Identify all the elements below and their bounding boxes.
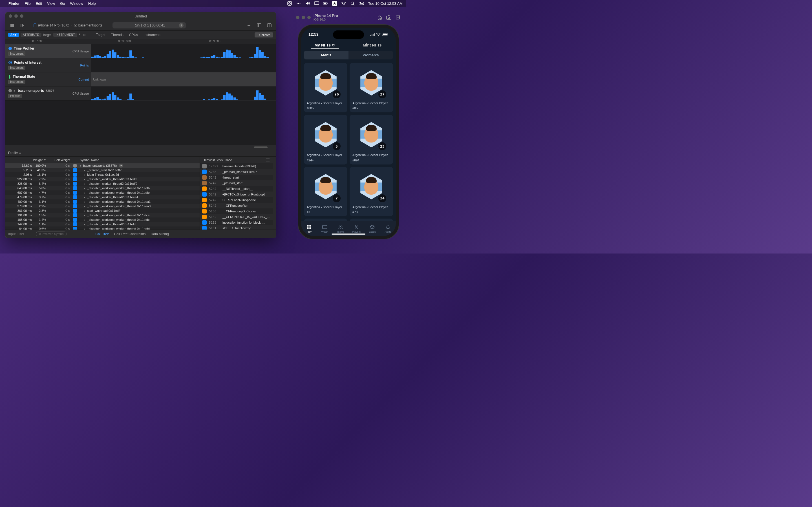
- calltree-row[interactable]: 361.00 ms2.8%0 s▸start_wqthread 0x11edff: [5, 209, 200, 213]
- status-volume-icon[interactable]: [305, 1, 310, 6]
- nav-bases[interactable]: Bases: [364, 221, 380, 236]
- stacktrace-row[interactable]: 5156__CFRunLoopDoBlocks: [200, 209, 273, 214]
- disclosure-arrow-icon[interactable]: ▸: [83, 209, 86, 213]
- duplicate-button[interactable]: Duplicate: [255, 33, 273, 38]
- stacktrace-row[interactable]: 5248_pthread_start 0x11ee07: [200, 169, 273, 175]
- nft-card[interactable]: 24Argentina - Soccer Player#735: [350, 167, 393, 216]
- disclosure-arrow-icon[interactable]: ▸: [83, 218, 86, 222]
- col-symbol-name[interactable]: Symbol Name: [72, 158, 200, 162]
- disclosure-arrow-icon[interactable]: ▸: [83, 186, 86, 190]
- sim-home-icon[interactable]: [377, 14, 383, 20]
- disclosure-arrow-icon[interactable]: ▸: [83, 205, 86, 208]
- footer-data-mining[interactable]: Data Mining: [151, 232, 169, 236]
- nav-watch[interactable]: Watch: [317, 221, 333, 236]
- filter-attribute-pill[interactable]: ATTRIBUTE: [20, 33, 42, 37]
- disclosure-arrow-icon[interactable]: ▸: [83, 177, 86, 181]
- status-input-source-icon[interactable]: A: [332, 1, 337, 6]
- stacktrace-row[interactable]: 5242CFRunLoopRunSpecific: [200, 197, 273, 203]
- calltree-row[interactable]: 5.25 s41.3%0 s▸_pthread_start 0x11ee07: [5, 168, 200, 172]
- tab-mint-nfts[interactable]: Mint NFTs: [349, 41, 396, 49]
- stacktrace-row[interactable]: 5152invocation function for block i…: [200, 220, 273, 225]
- vertical-scrollbar[interactable]: [273, 157, 276, 230]
- nav-alerts[interactable]: Alerts: [380, 221, 396, 236]
- stacktrace-row[interactable]: 5242_pthread_start: [200, 180, 273, 186]
- nft-card[interactable]: 26Argentina - Soccer Player#805: [304, 63, 347, 112]
- footer-call-tree[interactable]: Call Tree: [96, 232, 109, 236]
- involves-symbol-pill[interactable]: ⊕ Involves Symbol: [36, 231, 67, 236]
- stacktrace-settings-icon[interactable]: [266, 158, 270, 162]
- status-control-center-icon[interactable]: [359, 1, 364, 6]
- calltree-row[interactable]: 378.00 ms2.9%0 s▸_dispatch_workloop_work…: [5, 204, 200, 209]
- inspector-button[interactable]: [265, 22, 273, 29]
- tab-my-nfts[interactable]: My NFTs ⟳: [301, 41, 349, 49]
- info-icon[interactable]: i: [179, 23, 184, 27]
- nav-play[interactable]: Play: [301, 221, 317, 236]
- disclosure-arrow-icon[interactable]: ▾: [79, 164, 82, 168]
- fullscreen-button[interactable]: [20, 14, 23, 18]
- target-breadcrumb[interactable]: iPhone 14 Pro (16.0) › basementsports: [33, 23, 102, 27]
- menu-file[interactable]: File: [25, 1, 31, 6]
- status-dots-icon[interactable]: [296, 1, 301, 6]
- tab-womens[interactable]: Women's: [349, 51, 393, 59]
- track-graph[interactable]: [91, 58, 276, 72]
- calltree-row[interactable]: 12.69 s100.0%0 s▾basementsports (33876) …: [5, 163, 200, 168]
- add-instrument-button[interactable]: [245, 22, 253, 29]
- calltree-row[interactable]: 185.00 ms1.4%0 s▸_dispatch_workloop_work…: [5, 217, 200, 222]
- stacktrace-row[interactable]: 5152__CFRUNLOOP_IS_CALLING_…: [200, 214, 273, 220]
- status-cleanmymac-icon[interactable]: [287, 1, 292, 6]
- menubar-clock[interactable]: Tue 10 Oct 12:53 AM: [368, 1, 403, 6]
- calltree-row[interactable]: 191.00 ms1.5%0 s▸_dispatch_workloop_work…: [5, 213, 200, 217]
- calltree-row[interactable]: 823.00 ms6.4%0 s▸_dispatch_worker_thread…: [5, 181, 200, 186]
- record-stop-button[interactable]: [8, 22, 16, 29]
- calltree-row[interactable]: 643.00 ms5.0%0 s▸_dispatch_workloop_work…: [5, 186, 200, 190]
- status-spotlight-icon[interactable]: [350, 1, 355, 6]
- menu-go[interactable]: Go: [60, 1, 65, 6]
- menu-view[interactable]: View: [47, 1, 55, 6]
- tab-threads[interactable]: Threads: [111, 33, 123, 37]
- calltree-row[interactable]: 479.00 ms3.7%0 s▸_dispatch_worker_thread…: [5, 195, 200, 200]
- disclosure-arrow-icon[interactable]: ▸: [83, 195, 86, 199]
- run-status-pill[interactable]: Run 1 of 1 | 00:00:41 i: [112, 22, 186, 29]
- nft-card[interactable]: [304, 219, 347, 221]
- clear-filter-icon[interactable]: ⊗: [83, 33, 86, 37]
- sim-fullscreen-button[interactable]: [307, 16, 311, 19]
- calltree-row[interactable]: 607.00 ms4.7%0 s▸_dispatch_workloop_work…: [5, 190, 200, 195]
- track-label[interactable]: Thermal StateInstrumentCurrent: [5, 72, 91, 87]
- disclosure-arrow-icon[interactable]: ▸: [83, 227, 86, 230]
- track-label[interactable]: Points of InterestInstrumentPoints: [5, 58, 91, 72]
- stacktrace-row[interactable]: 5242thread_start: [200, 175, 273, 180]
- sim-titlebar[interactable]: iPhone 14 Pro iOS 16.0: [292, 12, 405, 23]
- library-button[interactable]: [255, 22, 263, 29]
- timeline-scrollbar[interactable]: [5, 146, 276, 149]
- stacktrace-row[interactable]: 5151std::__1::function::op…: [200, 225, 273, 230]
- track-label[interactable]: ▸basementsports 33876ProcessCPU Usage: [5, 87, 91, 101]
- disclosure-arrow-icon[interactable]: ▸: [83, 182, 86, 186]
- calltree-row[interactable]: 84.00 ms0.6%0 s▸_dispatch_workloop_worke…: [5, 226, 200, 230]
- disclosure-arrow-icon[interactable]: ▸: [83, 214, 86, 217]
- nft-card[interactable]: 23Argentina - Soccer Player#694: [350, 115, 393, 164]
- sim-screenshot-icon[interactable]: [386, 14, 392, 20]
- nft-card[interactable]: 7Argentina - Soccer Player#7: [304, 167, 347, 216]
- device-screen[interactable]: 12:53 My NFTs ⟳ Mint NFTs Men's Women's …: [301, 27, 396, 236]
- minimize-button[interactable]: [14, 14, 18, 18]
- disclosure-arrow-icon[interactable]: ▸: [83, 168, 86, 172]
- sim-rotate-icon[interactable]: [395, 14, 401, 20]
- col-self-weight[interactable]: Self Weight: [48, 158, 72, 162]
- footer-constraints[interactable]: Call Tree Constraints: [114, 232, 146, 236]
- stacktrace-row[interactable]: 5242__NSThread__start__: [200, 186, 273, 191]
- time-ruler[interactable]: 00:37.000 00:38.000 00:39.000: [5, 39, 276, 44]
- focus-icon[interactable]: ➜: [119, 164, 123, 168]
- menu-edit[interactable]: Edit: [36, 1, 42, 6]
- tab-mens[interactable]: Men's: [304, 51, 349, 59]
- stacktrace-row[interactable]: 12692basementsports (33876): [200, 163, 273, 169]
- nft-card[interactable]: 5Argentina - Soccer Player#244: [304, 115, 347, 164]
- track-label[interactable]: Time ProfilerInstrumentCPU Usage: [5, 44, 91, 58]
- sim-minimize-button[interactable]: [302, 16, 305, 19]
- nft-card[interactable]: [350, 219, 393, 221]
- nft-grid[interactable]: 26Argentina - Soccer Player#80527Argenti…: [301, 61, 396, 221]
- filter-any-pill[interactable]: ANY: [8, 33, 19, 37]
- menu-help[interactable]: Help: [88, 1, 96, 6]
- profile-selector[interactable]: Profile: [8, 151, 21, 155]
- status-wifi-icon[interactable]: [341, 1, 346, 6]
- nft-card[interactable]: 27Argentina - Soccer Player#858: [350, 63, 393, 112]
